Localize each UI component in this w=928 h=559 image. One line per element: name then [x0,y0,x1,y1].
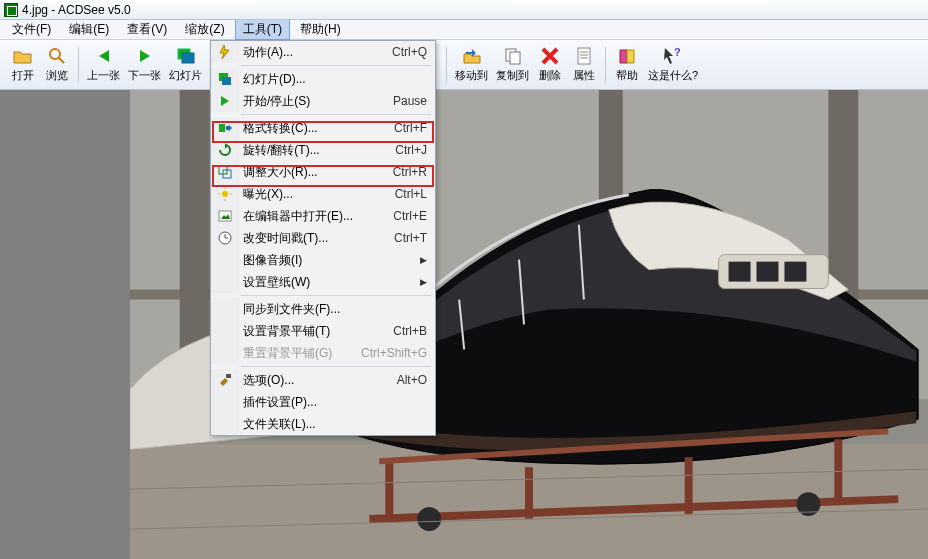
next-label: 下一张 [128,68,161,83]
menu-exposure[interactable]: 曝光(X)... Ctrl+L [211,183,435,205]
lightning-icon [211,41,239,63]
folder-open-icon [13,46,33,66]
menu-slideshow[interactable]: 幻灯片(D)... [211,68,435,90]
properties-button[interactable]: 属性 [567,43,601,87]
whatsthis-label: 这是什么? [648,68,698,83]
menu-actions[interactable]: 动作(A)... Ctrl+Q [211,41,435,63]
resize-icon [211,161,239,183]
menu-image-audio[interactable]: 图像音频(I) ▶ [211,249,435,271]
editor-icon [211,205,239,227]
svg-rect-21 [757,262,779,282]
menu-reset-bg-tile: 重置背景平铺(G) Ctrl+Shift+G [211,342,435,364]
next-button[interactable]: 下一张 [124,43,165,87]
separator [78,47,79,83]
copyto-icon [503,46,523,66]
window-title: 4.jpg - ACDSee v5.0 [22,3,131,17]
convert-icon [211,117,239,139]
arrow-right-icon [135,46,155,66]
browse-label: 浏览 [46,68,68,83]
menu-resize[interactable]: 调整大小(R)... Ctrl+R [211,161,435,183]
open-label: 打开 [12,68,34,83]
titlebar: 4.jpg - ACDSee v5.0 [0,0,928,20]
svg-point-33 [417,507,441,531]
toolbar: 打开 浏览 上一张 下一张 幻灯片 移动到 复制到 删除 属性 帮助 ? [0,40,928,90]
prev-button[interactable]: 上一张 [83,43,124,87]
properties-label: 属性 [573,68,595,83]
menu-startstop[interactable]: 开始/停止(S) Pause [211,90,435,112]
menu-zoom[interactable]: 缩放(Z) [177,19,232,40]
menu-plugin-settings[interactable]: 插件设置(P)... [211,391,435,413]
svg-rect-39 [219,124,225,132]
open-button[interactable]: 打开 [6,43,40,87]
book-icon [617,46,637,66]
play-icon [211,90,239,112]
properties-icon [574,46,594,66]
slideshow-label: 幻灯片 [169,68,202,83]
menu-open-in-editor[interactable]: 在编辑器中打开(E)... Ctrl+E [211,205,435,227]
tools-dropdown: 动作(A)... Ctrl+Q 幻灯片(D)... 开始/停止(S) Pause… [210,40,436,436]
menubar: 文件(F) 编辑(E) 查看(V) 缩放(Z) 工具(T) 帮助(H) [0,20,928,40]
menu-sync-to-folder[interactable]: 同步到文件夹(F)... [211,298,435,320]
menu-change-timestamp[interactable]: 改变时间戳(T)... Ctrl+T [211,227,435,249]
delete-icon [540,46,560,66]
prev-label: 上一张 [87,68,120,83]
slideshow-icon [176,46,196,66]
menu-set-wallpaper[interactable]: 设置壁纸(W) ▶ [211,271,435,293]
menu-edit[interactable]: 编辑(E) [61,19,117,40]
help-label: 帮助 [616,68,638,83]
menu-help[interactable]: 帮助(H) [292,19,349,40]
svg-rect-20 [729,262,751,282]
svg-rect-6 [578,48,590,64]
rotate-icon [211,139,239,161]
browse-button[interactable]: 浏览 [40,43,74,87]
svg-text:?: ? [674,46,681,58]
menu-file[interactable]: 文件(F) [4,19,59,40]
submenu-arrow-icon: ▶ [420,277,427,287]
delete-button[interactable]: 删除 [533,43,567,87]
svg-point-0 [50,49,60,59]
moveto-button[interactable]: 移动到 [451,43,492,87]
moveto-icon [462,46,482,66]
svg-rect-51 [226,374,231,378]
delete-label: 删除 [539,68,561,83]
app-icon [4,3,18,17]
menu-tools[interactable]: 工具(T) [235,19,290,40]
menu-rotate-flip[interactable]: 旋转/翻转(T)... Ctrl+J [211,139,435,161]
menu-options[interactable]: 选项(O)... Alt+O [211,369,435,391]
copyto-button[interactable]: 复制到 [492,43,533,87]
svg-rect-5 [510,52,520,64]
menu-view[interactable]: 查看(V) [119,19,175,40]
menu-file-assoc[interactable]: 文件关联(L)... [211,413,435,435]
submenu-arrow-icon: ▶ [420,255,427,265]
svg-line-1 [59,58,64,63]
exposure-icon [211,183,239,205]
whatsthis-button[interactable]: ? 这是什么? [644,43,702,87]
svg-rect-22 [784,262,806,282]
svg-rect-38 [222,77,231,85]
menu-set-bg-tile[interactable]: 设置背景平铺(T) Ctrl+B [211,320,435,342]
svg-point-42 [222,191,228,197]
help-button[interactable]: 帮助 [610,43,644,87]
content-area [0,90,928,559]
svg-rect-3 [182,53,194,63]
question-arrow-icon: ? [663,46,683,66]
slideshow-small-icon [211,68,239,90]
menu-format-convert[interactable]: 格式转换(C)... Ctrl+F [211,117,435,139]
moveto-label: 移动到 [455,68,488,83]
separator [605,47,606,83]
arrow-left-icon [94,46,114,66]
separator [446,47,447,83]
hammer-icon [211,369,239,391]
magnifier-icon [47,46,67,66]
slideshow-button[interactable]: 幻灯片 [165,43,206,87]
copyto-label: 复制到 [496,68,529,83]
clock-icon [211,227,239,249]
